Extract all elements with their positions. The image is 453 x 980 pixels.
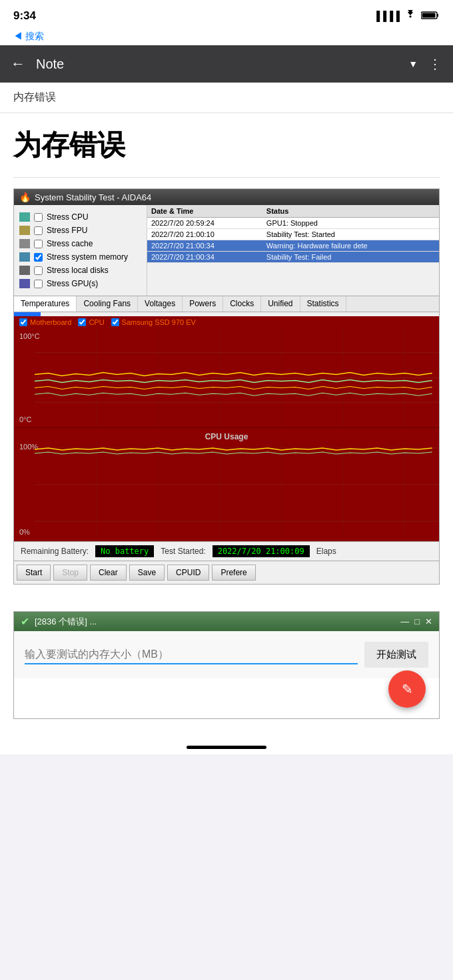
- back-row[interactable]: ◀ 搜索: [0, 29, 453, 45]
- mem-titlebar: ✔ [2836 个错误] ... — □ ✕: [14, 612, 439, 631]
- mem-body: 开始测试: [14, 631, 439, 678]
- legend-cb-ssd[interactable]: [111, 318, 119, 326]
- stress-gpu-label: Stress GPU(s): [47, 279, 98, 288]
- home-bar: [187, 746, 266, 749]
- col-status: Status: [262, 205, 439, 218]
- nav-bar: ← Note ▼ ⋮: [0, 45, 453, 83]
- battery-icon: [421, 11, 440, 22]
- preferences-button[interactable]: Prefere: [212, 565, 255, 581]
- log-panel: Date & Time Status 2022/7/20 20:59:24 GP…: [147, 205, 439, 296]
- log-row: 2022/7/20 21:00:10 Stability Test: Start…: [147, 229, 439, 240]
- aida-titlebar: 🔥 System Stability Test - AIDA64: [14, 189, 439, 205]
- stress-disk-checkbox[interactable]: [34, 266, 43, 275]
- stress-gpu-checkbox[interactable]: [34, 280, 43, 288]
- log-status: Stability Test: Failed: [262, 252, 439, 263]
- status-bar: 9:34 ▐▐▐▐: [0, 0, 453, 29]
- fab-edit-button[interactable]: ✎: [388, 670, 426, 708]
- gpu-icon: [19, 279, 30, 288]
- status-icons: ▐▐▐▐: [373, 10, 440, 22]
- divider: [13, 177, 440, 178]
- tab-powers[interactable]: Powers: [183, 296, 223, 312]
- clear-button[interactable]: Clear: [90, 565, 127, 581]
- bottom-spacer: [13, 730, 440, 740]
- legend-cb-cpu[interactable]: [78, 318, 86, 326]
- breadcrumb: 内存错误: [0, 83, 453, 113]
- stress-cache-label: Stress cache: [47, 239, 93, 248]
- chart-legend: Motherboard CPU Samsung SSD 970 EV: [14, 316, 439, 328]
- breadcrumb-text: 内存错误: [13, 91, 56, 103]
- tab-voltages[interactable]: Voltages: [138, 296, 183, 312]
- filter-icon[interactable]: ▼: [408, 59, 418, 69]
- cpuid-button[interactable]: CPUID: [167, 565, 209, 581]
- cpu-usage-chart: CPU Usage 100% 0%: [14, 428, 439, 541]
- aida64-window: 🔥 System Stability Test - AIDA64 Stress …: [13, 188, 440, 585]
- aida-status-row: Remaining Battery: No battery Test Start…: [14, 541, 439, 561]
- test-started-label: Test Started:: [161, 547, 205, 556]
- signal-icon: ▐▐▐▐: [373, 11, 400, 21]
- tab-cooling-fans[interactable]: Cooling Fans: [77, 296, 138, 312]
- mem-window-controls: — □ ✕: [400, 616, 432, 626]
- back-button[interactable]: ←: [11, 55, 25, 73]
- log-row: 2022/7/20 20:59:24 GPU1: Stopped: [147, 218, 439, 229]
- legend-cpu: CPU: [78, 318, 104, 326]
- log-row-failed: 2022/7/20 21:00:34 Stability Test: Faile…: [147, 252, 439, 263]
- tab-clocks[interactable]: Clocks: [223, 296, 261, 312]
- edit-icon: ✎: [402, 681, 413, 697]
- log-row-warning: 2022/7/20 21:00:34 Warning: Hardware fai…: [147, 240, 439, 252]
- legend-label-motherboard: Motherboard: [30, 318, 71, 326]
- aida-body: Stress CPU Stress FPU Stress cache Stres…: [14, 205, 439, 296]
- memory-test-window: ✔ [2836 个错误] ... — □ ✕ 开始测试 ✎: [13, 611, 440, 719]
- log-datetime: 2022/7/20 21:00:10: [147, 229, 262, 240]
- stress-disk-row[interactable]: Stress local disks: [19, 264, 141, 277]
- flame-icon: 🔥: [19, 192, 31, 202]
- close-icon[interactable]: ✕: [425, 616, 432, 626]
- mem-start-button[interactable]: 开始测试: [364, 642, 428, 668]
- stress-cpu-checkbox[interactable]: [34, 213, 43, 222]
- test-started-value: 2022/7/20 21:00:09: [213, 545, 310, 557]
- start-button[interactable]: Start: [17, 565, 51, 581]
- stress-disk-label: Stress local disks: [47, 266, 109, 275]
- legend-ssd: Samsung SSD 970 EV: [111, 318, 196, 326]
- minimize-icon[interactable]: —: [400, 616, 409, 626]
- mem-body-spacer: [14, 678, 439, 718]
- log-status: Warning: Hardware failure dete: [262, 240, 439, 252]
- mem-icon: [19, 252, 30, 262]
- check-icon: ✔: [21, 615, 29, 628]
- stress-mem-checkbox[interactable]: [34, 253, 43, 262]
- stress-fpu-label: Stress FPU: [47, 226, 87, 235]
- tab-unified[interactable]: Unified: [261, 296, 300, 312]
- cpu-chart-svg: [14, 428, 439, 541]
- page-title: 为存错误: [13, 126, 440, 164]
- fpu-icon: [19, 226, 30, 235]
- maximize-icon[interactable]: □: [414, 616, 420, 626]
- aida-title: System Stability Test - AIDA64: [35, 192, 151, 202]
- legend-cb-motherboard[interactable]: [19, 318, 27, 326]
- stress-cpu-row[interactable]: Stress CPU: [19, 210, 141, 224]
- nav-title: Note: [36, 57, 398, 72]
- tab-statistics[interactable]: Statistics: [300, 296, 346, 312]
- home-indicator: [0, 740, 453, 754]
- legend-label-ssd: Samsung SSD 970 EV: [122, 318, 196, 326]
- stress-mem-row[interactable]: Stress system memory: [19, 250, 141, 264]
- stress-fpu-checkbox[interactable]: [34, 226, 43, 235]
- back-label[interactable]: ◀ 搜索: [13, 31, 44, 41]
- save-button[interactable]: Save: [129, 565, 165, 581]
- disk-icon: [19, 266, 30, 275]
- mem-size-input[interactable]: [25, 646, 358, 664]
- status-time: 9:34: [13, 9, 36, 23]
- stop-button[interactable]: Stop: [53, 565, 87, 581]
- temperature-chart: 100°C 0°C: [14, 328, 439, 428]
- svg-rect-1: [422, 13, 436, 17]
- stress-cache-checkbox[interactable]: [34, 240, 43, 248]
- temp-chart-svg: [14, 328, 439, 427]
- stress-cache-row[interactable]: Stress cache: [19, 237, 141, 250]
- spacer: [13, 595, 440, 611]
- legend-motherboard: Motherboard: [19, 318, 71, 326]
- stress-fpu-row[interactable]: Stress FPU: [19, 224, 141, 237]
- more-icon[interactable]: ⋮: [428, 56, 442, 72]
- stress-gpu-row[interactable]: Stress GPU(s): [19, 277, 141, 290]
- tab-temperatures[interactable]: Temperatures: [14, 296, 77, 312]
- cpu-icon: [19, 212, 30, 222]
- battery-label: Remaining Battery:: [21, 547, 89, 556]
- wifi-icon: [404, 10, 417, 22]
